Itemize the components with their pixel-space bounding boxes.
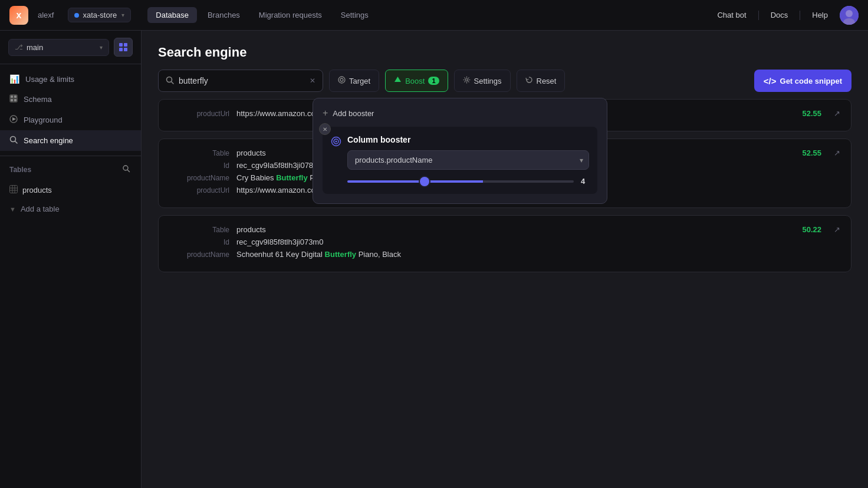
docs-link[interactable]: Docs (771, 11, 788, 19)
slider-row: 4 (347, 177, 589, 186)
playground-icon (9, 115, 18, 125)
search-engine-icon (9, 136, 18, 146)
boost-dropdown: + Add booster ✕ Column booster (313, 98, 607, 204)
table-item-products[interactable]: products (9, 180, 131, 200)
nav-link-settings[interactable]: Settings (333, 7, 377, 23)
result-row-id-3: Id rec_cgv9l85f8tlh3ji073m0 (170, 238, 839, 246)
nav-link-database[interactable]: Database (147, 7, 197, 23)
get-code-label: Get code snippet (780, 77, 842, 85)
expand-icon[interactable]: ↗ (834, 109, 840, 118)
result-row-productname-3: productName Schoenhut 61 Key Digital But… (170, 250, 839, 259)
result-score: 52.55 (802, 149, 821, 157)
search-input-icon (166, 76, 174, 86)
layout: ⎇ main ▾ 📊 Usage & limits (0, 31, 868, 488)
svg-marker-13 (12, 117, 16, 121)
svg-rect-18 (10, 186, 18, 193)
svg-rect-4 (124, 43, 127, 47)
add-table-item[interactable]: ▼ Add a table (9, 200, 131, 218)
sidebar-item-label-usage: Usage & limits (25, 75, 74, 84)
reset-label: Reset (537, 77, 557, 85)
nav-link-branches[interactable]: Branches (199, 7, 248, 23)
svg-line-15 (15, 141, 18, 144)
result-value: rec_cgv9Ia5f8tlh3ji078g0 (236, 161, 322, 170)
booster-content: Column booster products.productName prod… (347, 135, 589, 186)
booster-card: ✕ Column booster products.productName (323, 127, 597, 194)
chatbot-link[interactable]: Chat bot (717, 11, 746, 19)
nav-link-migration[interactable]: Migration requests (251, 7, 330, 23)
result-score: 52.55 (802, 109, 821, 118)
result-label: Table (170, 226, 229, 234)
sidebar: ⎇ main ▾ 📊 Usage & limits (0, 31, 142, 488)
result-label: Id (170, 161, 229, 170)
sidebar-item-usage[interactable]: 📊 Usage & limits (0, 69, 141, 89)
sidebar-item-schema[interactable]: Schema (0, 89, 141, 110)
svg-point-28 (465, 79, 468, 81)
result-label: Table (170, 149, 229, 157)
svg-rect-5 (119, 48, 123, 51)
schema-icon (9, 94, 18, 104)
svg-line-17 (127, 170, 129, 172)
svg-point-31 (336, 141, 337, 143)
booster-target-icon (331, 136, 341, 150)
result-value: products (236, 225, 266, 234)
table-label-products: products (22, 186, 52, 194)
branch-selector[interactable]: xata-store ▾ (68, 8, 131, 22)
sidebar-item-playground[interactable]: Playground (0, 110, 141, 130)
branch-select-box[interactable]: ⎇ main ▾ (8, 39, 109, 56)
sidebar-nav: 📊 Usage & limits Schema (0, 64, 141, 156)
nav-links: Database Branches Migration requests Set… (147, 7, 377, 23)
sidebar-item-search-engine[interactable]: Search engine (0, 130, 141, 151)
user-avatar[interactable] (840, 6, 859, 25)
settings-button[interactable]: Settings (454, 70, 511, 92)
target-button[interactable]: Target (329, 70, 379, 92)
settings-label: Settings (474, 77, 502, 85)
boost-count-badge: 1 (428, 77, 439, 85)
sidebar-branch-area: ⎇ main ▾ (0, 31, 141, 64)
svg-rect-8 (11, 95, 13, 98)
svg-point-1 (846, 10, 853, 17)
help-link[interactable]: Help (812, 11, 828, 19)
result-label: productName (170, 174, 229, 182)
settings-icon (463, 76, 471, 85)
chevron-down-icon: ▾ (100, 44, 103, 51)
sidebar-item-label-search-engine: Search engine (24, 136, 73, 145)
page-title: Search engine (158, 45, 851, 60)
result-value: products (236, 149, 266, 157)
grid-icon-button[interactable] (114, 38, 133, 57)
svg-rect-6 (124, 48, 127, 51)
boost-icon (394, 76, 402, 85)
chevron-icon: ▼ (9, 206, 16, 213)
reset-icon (525, 76, 533, 85)
booster-column-select[interactable]: products.productName products.productUrl… (347, 150, 589, 170)
expand-icon[interactable]: ↗ (834, 149, 840, 157)
usage-icon: 📊 (9, 74, 19, 84)
nav-divider-2 (800, 11, 800, 20)
branch-icon: ⎇ (15, 43, 23, 51)
code-icon: </> (764, 76, 777, 86)
table-row: 50.22 ↗ Table products Id rec_cgv9l85f8t… (158, 215, 851, 272)
svg-rect-10 (11, 99, 13, 101)
add-table-label: Add a table (21, 205, 60, 213)
booster-close-button[interactable]: ✕ (319, 123, 331, 135)
svg-rect-7 (9, 94, 18, 103)
svg-rect-3 (119, 43, 123, 47)
sidebar-item-label-schema: Schema (24, 95, 52, 104)
reset-button[interactable]: Reset (517, 70, 565, 92)
get-code-button[interactable]: </> Get code snippet (754, 70, 851, 92)
nav-right: Chat bot Docs Help (717, 6, 859, 25)
booster-title: Column booster (347, 135, 589, 144)
tables-search-button[interactable] (121, 163, 131, 176)
search-input[interactable] (179, 76, 305, 85)
branch-dot (74, 13, 79, 18)
svg-point-26 (340, 78, 343, 81)
svg-marker-27 (394, 77, 401, 82)
expand-icon[interactable]: ↗ (834, 225, 840, 234)
result-label: productUrl (170, 186, 229, 194)
add-booster-label: Add booster (333, 109, 374, 118)
boost-button[interactable]: Boost 1 (385, 70, 448, 92)
boost-slider[interactable] (347, 180, 574, 183)
clear-icon[interactable]: ✕ (310, 77, 315, 85)
add-booster-row[interactable]: + Add booster (323, 108, 597, 118)
user-label: alexf (38, 11, 54, 19)
search-bar-row: ✕ Target Boost 1 (142, 70, 868, 99)
